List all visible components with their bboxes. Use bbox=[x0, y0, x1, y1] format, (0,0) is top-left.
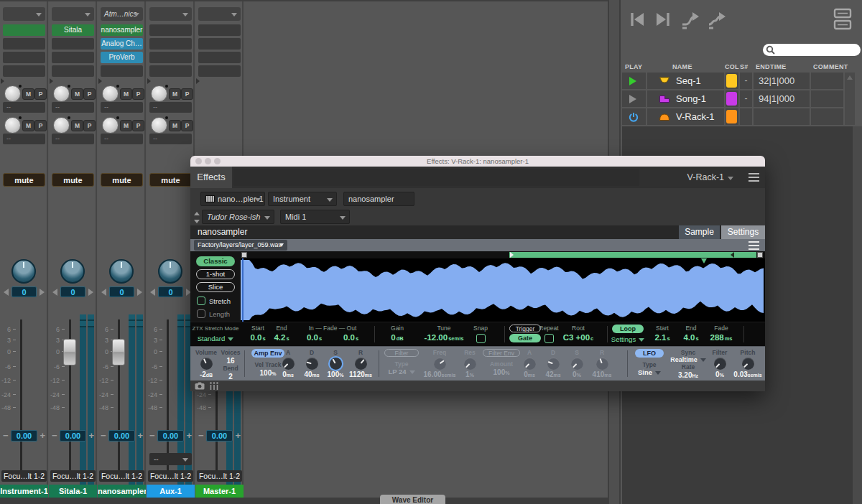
param-end[interactable]: End4.2s bbox=[267, 325, 296, 342]
loop-button[interactable]: Loop bbox=[612, 325, 644, 333]
loop-end-marker[interactable] bbox=[731, 252, 734, 258]
pan-knob[interactable] bbox=[11, 259, 36, 284]
knob[interactable] bbox=[596, 358, 608, 370]
search-box[interactable] bbox=[763, 44, 861, 56]
volume-increment[interactable]: + bbox=[186, 430, 192, 441]
amp-decay[interactable]: D40ms bbox=[302, 349, 322, 378]
send-mute-button[interactable]: M bbox=[120, 120, 132, 131]
spinner-control[interactable] bbox=[194, 212, 200, 223]
scroll-up-icon[interactable] bbox=[847, 75, 853, 80]
loop-bar[interactable] bbox=[241, 251, 765, 258]
loop-start-marker[interactable] bbox=[510, 252, 514, 258]
knob[interactable] bbox=[200, 358, 213, 370]
output-selector[interactable]: Focu…lt 1-2 bbox=[99, 470, 144, 482]
insert-slot[interactable]: ProVerb bbox=[101, 52, 143, 63]
param-loop-start[interactable]: Start2.1s bbox=[649, 325, 675, 342]
volume-value[interactable]: 0.00 bbox=[60, 430, 86, 442]
insert-slot[interactable] bbox=[149, 24, 192, 36]
lfo-section[interactable]: LFOTypeSine bbox=[631, 349, 667, 376]
insert-slot[interactable] bbox=[198, 38, 241, 50]
param-root[interactable]: RootC3 +00c bbox=[561, 325, 595, 342]
send-mute-button[interactable]: M bbox=[120, 88, 132, 100]
insert-slot[interactable] bbox=[3, 52, 45, 63]
send-mute-button[interactable]: M bbox=[71, 88, 83, 100]
insert-slot[interactable]: nanosampler bbox=[101, 24, 143, 36]
insert-slot[interactable] bbox=[52, 38, 94, 50]
levels-icon[interactable] bbox=[209, 382, 219, 390]
instance-dropdown[interactable]: nano…pler-1 bbox=[200, 192, 265, 206]
collapse-arrow-icon[interactable] bbox=[50, 78, 53, 84]
filter-button[interactable]: Filter bbox=[384, 349, 419, 357]
window-minimize-button[interactable] bbox=[205, 158, 211, 164]
volume-fader[interactable] bbox=[112, 339, 125, 365]
volume-increment[interactable]: + bbox=[137, 430, 143, 441]
type-dropdown[interactable]: Instrument bbox=[268, 192, 337, 206]
chain-playback-icon[interactable] bbox=[680, 10, 701, 30]
pan-right-arrow[interactable] bbox=[88, 289, 93, 296]
shuffle-playback-icon[interactable] bbox=[707, 10, 728, 30]
knob[interactable] bbox=[742, 358, 754, 370]
pan-right-arrow[interactable] bbox=[40, 289, 45, 296]
insert-slot[interactable] bbox=[3, 65, 45, 77]
window-close-button[interactable] bbox=[195, 158, 202, 164]
tab-effects[interactable]: Effects bbox=[190, 167, 232, 188]
param-fade[interactable]: In — Fade — Out0.0s0.0s bbox=[296, 325, 369, 342]
sample-file-dropdown[interactable]: Factory/layers/layer_059.wav bbox=[194, 240, 287, 251]
knob[interactable] bbox=[524, 358, 536, 370]
send-mute-button[interactable]: M bbox=[169, 120, 181, 131]
chunk-name-cell[interactable]: Seq-1 bbox=[647, 73, 724, 89]
knob[interactable] bbox=[355, 358, 367, 370]
insert-slot[interactable] bbox=[52, 52, 94, 63]
chunk-comment-cell[interactable] bbox=[811, 73, 843, 89]
collapse-arrow-icon[interactable] bbox=[147, 78, 151, 84]
collapse-arrow-icon[interactable] bbox=[196, 78, 200, 84]
param-gain[interactable]: Gain0dB bbox=[381, 325, 413, 342]
filter-freq[interactable]: Freq16.00semis bbox=[422, 349, 458, 378]
track-name[interactable]: Sitala-1 bbox=[49, 485, 97, 498]
knob[interactable] bbox=[464, 358, 476, 370]
volume-value[interactable]: 0.00 bbox=[206, 430, 233, 442]
length-checkbox-row[interactable]: Length bbox=[197, 309, 241, 318]
param-repeat[interactable]: Repeat bbox=[536, 325, 562, 343]
channel-config-dropdown[interactable] bbox=[198, 7, 241, 21]
send-pre-button[interactable]: P bbox=[34, 120, 47, 131]
send-knob[interactable] bbox=[151, 117, 167, 134]
send-pre-button[interactable]: P bbox=[132, 120, 144, 131]
param-loop[interactable]: LoopSettings bbox=[611, 325, 645, 343]
insert-slot[interactable] bbox=[149, 38, 192, 50]
chunk-name-cell[interactable]: V-Rack-1 bbox=[647, 108, 724, 125]
collapse-arrow-icon[interactable] bbox=[1, 78, 4, 84]
loop-settings-dropdown[interactable]: Settings bbox=[611, 335, 645, 343]
channel-config-dropdown[interactable] bbox=[52, 7, 94, 21]
window-titlebar[interactable]: Effects: V-Rack-1: nanosampler-1 bbox=[190, 156, 765, 167]
patch-dropdown[interactable]: Tudor Rose-ish bbox=[202, 210, 274, 224]
send-knob[interactable] bbox=[53, 85, 70, 102]
table-scrollbar[interactable] bbox=[845, 73, 855, 125]
tab-settings[interactable]: Settings bbox=[721, 225, 765, 239]
insert-slot[interactable] bbox=[101, 65, 143, 77]
voices-bend-control[interactable]: Voices16Bend2 bbox=[219, 349, 242, 381]
send-destination[interactable]: -- bbox=[52, 134, 94, 144]
wave-editor-tab[interactable]: Wave Editor bbox=[380, 495, 445, 504]
sample-start-handle[interactable] bbox=[241, 252, 247, 258]
param-snap[interactable]: Snap bbox=[469, 325, 492, 343]
volume-decrement[interactable]: − bbox=[198, 430, 204, 441]
snapshot-camera-icon[interactable] bbox=[195, 382, 205, 390]
track-name[interactable]: Instrument-1 bbox=[0, 485, 48, 498]
knob[interactable] bbox=[434, 358, 446, 370]
channel-config-dropdown[interactable] bbox=[149, 7, 192, 21]
chunk-song-number-cell[interactable]: - bbox=[740, 73, 752, 89]
loop-fade-marker[interactable] bbox=[701, 258, 707, 263]
volume-value[interactable]: 0.00 bbox=[108, 430, 135, 442]
volume-decrement[interactable]: − bbox=[149, 430, 155, 441]
send-pre-button[interactable]: P bbox=[181, 120, 193, 131]
output-selector[interactable]: Focu…lt 1-2 bbox=[50, 470, 96, 482]
send-mute-button[interactable]: M bbox=[22, 120, 34, 131]
chunk-list-icon[interactable] bbox=[832, 7, 853, 32]
filter-sustain[interactable]: S0% bbox=[567, 349, 587, 378]
mode-slice-button[interactable]: Slice bbox=[196, 282, 235, 292]
send-knob[interactable] bbox=[102, 85, 119, 102]
send-knob[interactable] bbox=[4, 85, 21, 102]
mode-classic-button[interactable]: Classic bbox=[196, 256, 235, 266]
send-knob[interactable] bbox=[4, 117, 21, 134]
